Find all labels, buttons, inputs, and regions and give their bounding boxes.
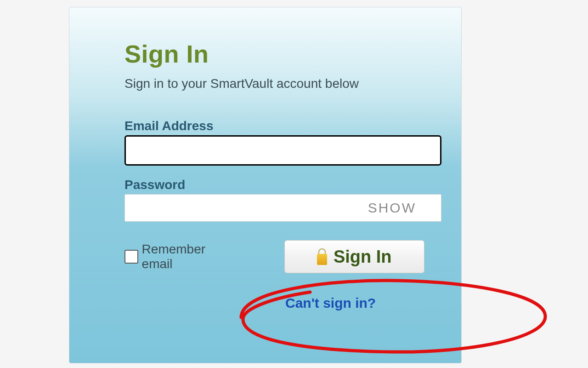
password-label: Password xyxy=(124,178,424,192)
show-password-toggle[interactable]: SHOW xyxy=(368,200,416,216)
page-subtitle: Sign in to your SmartVault account below xyxy=(124,76,424,91)
signin-card: Sign In Sign in to your SmartVault accou… xyxy=(69,7,462,363)
signin-button[interactable]: Sign In xyxy=(284,240,425,273)
remember-email-control[interactable]: Remember email xyxy=(124,242,238,271)
remember-email-checkbox[interactable] xyxy=(124,250,138,264)
cant-signin-link[interactable]: Can't sign in? xyxy=(285,295,376,310)
cant-signin-wrap: Can't sign in? xyxy=(285,295,424,311)
email-field[interactable] xyxy=(124,135,441,166)
signin-button-label: Sign In xyxy=(334,247,392,267)
email-label: Email Address xyxy=(124,119,424,133)
email-input-wrap xyxy=(124,135,424,166)
password-input-wrap: SHOW xyxy=(124,194,424,222)
lock-icon xyxy=(317,248,327,265)
actions-row: Remember email Sign In xyxy=(124,240,424,273)
page-title: Sign In xyxy=(124,40,424,68)
remember-email-label: Remember email xyxy=(142,242,238,271)
